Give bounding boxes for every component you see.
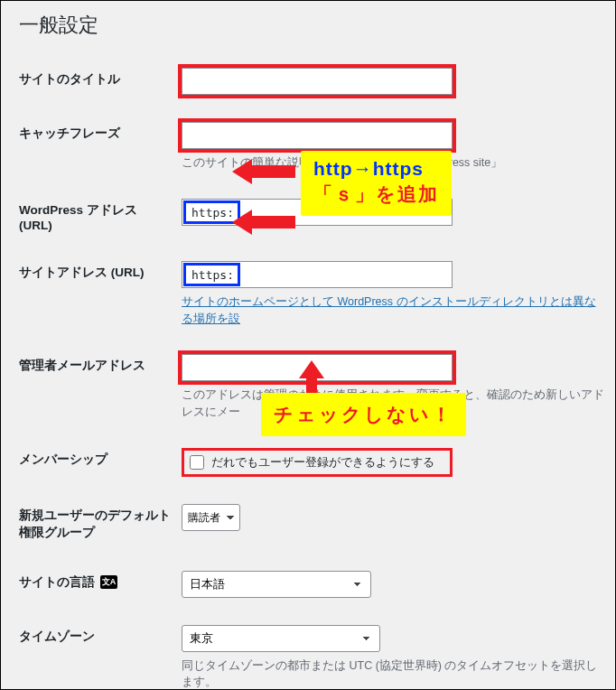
- translate-icon: 文A: [100, 575, 118, 589]
- admin-email-label: 管理者メールアドレス: [19, 341, 182, 435]
- callout-https: http→https 「ｓ」を追加: [301, 151, 452, 216]
- site-url-label: サイトアドレス (URL): [19, 248, 182, 342]
- callout-https-line1: http→https: [313, 158, 439, 180]
- wp-url-label: WordPress アドレス (URL): [19, 186, 182, 248]
- site-url-help-link[interactable]: サイトのホームページとして WordPress のインストールディレクトリとは異…: [182, 295, 596, 325]
- page-title: 一般設定: [19, 12, 606, 39]
- default-role-label: 新規ユーザーのデフォルト権限グループ: [19, 491, 182, 558]
- timezone-label: タイムゾーン: [19, 612, 182, 690]
- timezone-desc: 同じタイムゾーンの都市または UTC (協定世界時) のタイムオフセットを選択し…: [182, 657, 606, 690]
- site-url-https-highlight: https:: [183, 263, 240, 286]
- membership-checkbox-label[interactable]: だれでもユーザー登録ができるようにする: [190, 455, 434, 469]
- arrow-left-icon: [232, 162, 295, 182]
- arrow-left-icon: [232, 212, 295, 232]
- default-role-select[interactable]: 購読者: [182, 504, 240, 531]
- tagline-input[interactable]: [182, 122, 453, 149]
- arrow-up-icon: [301, 360, 322, 396]
- membership-box: だれでもユーザー登録ができるようにする: [182, 448, 453, 477]
- tagline-label: キャッチフレーズ: [19, 109, 182, 186]
- callout-nocheck: チェックしない！: [261, 393, 466, 436]
- membership-label: メンバーシップ: [19, 435, 182, 491]
- site-title-label: サイトのタイトル: [19, 55, 182, 109]
- site-lang-label: サイトの言語 文A: [19, 558, 182, 612]
- callout-https-line2: 「ｓ」を追加: [313, 182, 439, 207]
- timezone-select[interactable]: 東京: [182, 625, 380, 652]
- site-title-input[interactable]: [182, 68, 453, 95]
- membership-checkbox[interactable]: [190, 455, 204, 470]
- site-lang-select[interactable]: 日本語: [182, 571, 371, 598]
- membership-checkbox-text: だれでもユーザー登録ができるようにする: [211, 455, 434, 469]
